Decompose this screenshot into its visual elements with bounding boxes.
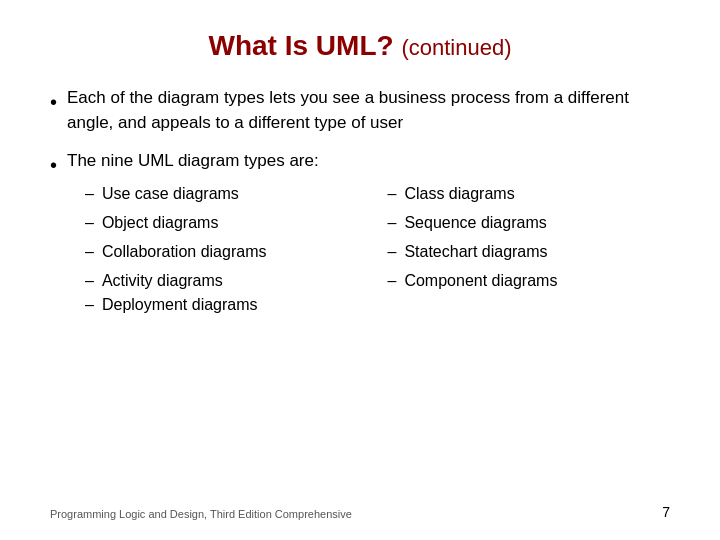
footer-source: Programming Logic and Design, Third Edit… — [50, 508, 352, 520]
dash-2: – — [85, 211, 94, 234]
title-main: What Is UML? — [209, 30, 394, 61]
diagram-label-statechart: Statechart diagrams — [404, 240, 547, 263]
diagram-type-deployment: – Deployment diagrams — [85, 293, 670, 316]
dash-4: – — [85, 269, 94, 292]
diagram-type-object: – Object diagrams — [85, 211, 367, 234]
dash-9: – — [85, 293, 94, 316]
diagram-label-use-case: Use case diagrams — [102, 182, 239, 205]
diagram-types-list: – Use case diagrams – Class diagrams – O… — [85, 182, 670, 293]
diagram-label-component: Component diagrams — [404, 269, 557, 292]
diagram-type-collaboration: – Collaboration diagrams — [85, 240, 367, 263]
diagram-type-statechart: – Statechart diagrams — [388, 240, 671, 263]
diagram-type-use-case: – Use case diagrams — [85, 182, 367, 205]
title-continued: (continued) — [401, 35, 511, 60]
bullet-item-2: • The nine UML diagram types are: – Use … — [50, 149, 670, 316]
footer-page: 7 — [662, 504, 670, 520]
diagram-label-class: Class diagrams — [404, 182, 514, 205]
bullet-text-2: The nine UML diagram types are: — [67, 151, 319, 170]
diagram-label-deployment: Deployment diagrams — [102, 293, 258, 316]
diagram-type-class: – Class diagrams — [388, 182, 671, 205]
diagram-label-sequence: Sequence diagrams — [404, 211, 546, 234]
diagram-label-object: Object diagrams — [102, 211, 219, 234]
bullet-text-1: Each of the diagram types lets you see a… — [67, 86, 670, 135]
dash-8: – — [388, 269, 397, 292]
diagram-label-collaboration: Collaboration diagrams — [102, 240, 267, 263]
bullet-dot-2: • — [50, 151, 57, 180]
diagram-type-component: – Component diagrams — [388, 269, 671, 292]
diagram-label-activity: Activity diagrams — [102, 269, 223, 292]
dash-5: – — [388, 182, 397, 205]
slide: What Is UML? (continued) • Each of the d… — [0, 0, 720, 540]
dash-6: – — [388, 211, 397, 234]
slide-content: • Each of the diagram types lets you see… — [50, 86, 670, 494]
slide-footer: Programming Logic and Design, Third Edit… — [50, 494, 670, 520]
bullet-item-1: • Each of the diagram types lets you see… — [50, 86, 670, 135]
dash-7: – — [388, 240, 397, 263]
dash-1: – — [85, 182, 94, 205]
bullet-dot-1: • — [50, 88, 57, 117]
diagram-type-activity: – Activity diagrams — [85, 269, 367, 292]
diagram-type-sequence: – Sequence diagrams — [388, 211, 671, 234]
dash-3: – — [85, 240, 94, 263]
slide-title: What Is UML? (continued) — [50, 30, 670, 62]
